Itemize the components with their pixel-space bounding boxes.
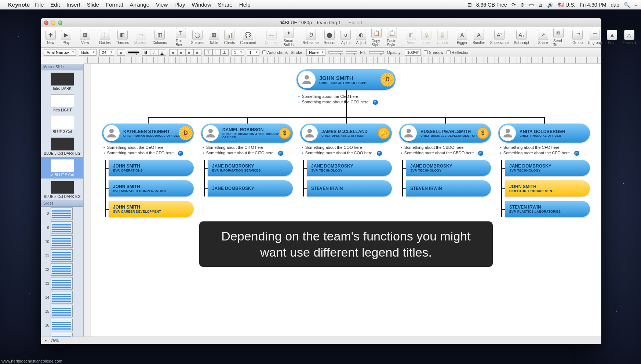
toolbar-rehearse-button[interactable]: ⏱Rehearse	[301, 30, 321, 45]
master-slide-item[interactable]: BLUE 3 Col	[41, 114, 83, 135]
report-card[interactable]: JANE DOMBROSKYSVP, TECHNOLOGY	[307, 160, 392, 176]
master-slide-item[interactable]: Intro LIGHT	[41, 92, 83, 114]
exec-card[interactable]: ANITA GOLDBERGERCHIEF FINANCIAL OFFICER	[498, 124, 590, 143]
autoshrink-checkbox[interactable]: Auto-shrink	[262, 50, 288, 55]
slide-thumbnail[interactable]: 13	[41, 276, 83, 290]
report-card[interactable]: JOHN SMITHSVP, CAREER DEVELOPMENT	[109, 201, 194, 217]
screen-record-icon[interactable]: ⊡	[467, 2, 472, 8]
close-button[interactable]	[44, 21, 48, 25]
report-card[interactable]: JANE DOMBROSKYEVP, INFORMATION SERVICES	[208, 160, 293, 176]
toolbar-shapes-button[interactable]: ◯Shapes	[189, 30, 206, 45]
vertical-ruler[interactable]	[84, 64, 91, 337]
stroke-color-select[interactable]	[346, 51, 357, 54]
app-name[interactable]: Keynote	[8, 1, 30, 8]
exec-card[interactable]: KATHLEEN STEINERTCHIEF HUMAN RESOURCES O…	[102, 124, 194, 143]
toolbar-adjust-button[interactable]: ◐Adjust	[354, 30, 368, 45]
font-size-select[interactable]: 24	[99, 49, 114, 56]
shadow-checkbox[interactable]: Shadow	[424, 50, 444, 55]
refresh-icon[interactable]: ⟳	[373, 100, 378, 105]
sidebar-toggle-icon[interactable]: ▸	[45, 338, 47, 343]
toolbar-themes-button[interactable]: ◧Themes	[114, 30, 131, 45]
toolbar-paste-style-button[interactable]: 📋Paste Style	[385, 28, 399, 47]
master-slide-item[interactable]: Intro DARK	[41, 70, 83, 92]
stroke-width-select[interactable]	[328, 51, 343, 54]
columns-select[interactable]: 1	[247, 49, 259, 56]
report-card[interactable]: JANE DOMBROSKYSVP, TECHNOLOGY	[406, 160, 491, 176]
spotlight-icon[interactable]: 🔍	[624, 2, 630, 8]
slide-thumbnail[interactable]: 11	[41, 249, 83, 262]
refresh-icon[interactable]: ⟳	[178, 151, 183, 156]
toolbar-connect-button[interactable]: —Connect	[263, 30, 281, 45]
slide-thumbnail[interactable]: 14	[41, 290, 83, 304]
reflection-checkbox[interactable]: Reflection	[447, 50, 470, 55]
menu-file[interactable]: File	[35, 1, 44, 8]
report-card[interactable]: JANE DOMBROSKY	[208, 180, 293, 196]
toolbar-group-button[interactable]: ⬚Group	[570, 30, 585, 45]
refresh-icon[interactable]: ⟳	[574, 151, 579, 156]
slide-thumbnail[interactable]: 12	[41, 262, 83, 276]
refresh-icon[interactable]: ⟳	[278, 151, 283, 156]
slide-thumbnail[interactable]: 17	[41, 332, 83, 337]
font-family-select[interactable]: Arial Narrow	[44, 49, 76, 56]
toolbar-columns-button[interactable]: ▥Columns	[150, 30, 169, 45]
toolbar-smart-builds-button[interactable]: ✦Smart Builds	[281, 28, 296, 47]
zoom-level[interactable]: 75%	[51, 338, 59, 343]
report-card[interactable]: JOHN SMITHSVP, MANAGER COMPENSATION	[109, 180, 194, 196]
toolbar-ungroup-button[interactable]: ⬚Ungroup	[586, 30, 604, 45]
menu-play[interactable]: Play	[174, 1, 185, 8]
toolbar-comment-button[interactable]: 💬Comment	[238, 30, 258, 45]
toolbar-mask-button[interactable]: ◧Mask	[404, 30, 418, 45]
user-name[interactable]: dap	[611, 2, 619, 8]
sync-icon[interactable]: ⊘	[520, 2, 525, 8]
master-slide-item[interactable]: BLUE 5 Col DARK BG	[41, 179, 83, 200]
wifi-icon[interactable]: ⊿	[538, 2, 543, 8]
menu-share[interactable]: Share	[218, 1, 233, 8]
font-size-stepper[interactable]: ▴	[117, 49, 125, 56]
refresh-icon[interactable]: ⟳	[478, 151, 483, 156]
toolbar-view-button[interactable]: ▦View	[78, 30, 92, 45]
input-locale[interactable]: 🇺🇸U.S.	[558, 2, 575, 8]
valign-top-button[interactable]: ⊤	[204, 49, 212, 56]
toolbar-table-button[interactable]: ▦Table	[207, 30, 221, 45]
toolbar-share-button[interactable]: ↗Share	[536, 30, 550, 45]
exec-card[interactable]: DANIEL ROBINSONCHIEF INFORMATION & TECHN…	[201, 124, 293, 143]
exec-card[interactable]: RUSSELL PEARLSMITHCHIEF BUSINESS DEVELOP…	[399, 124, 491, 143]
toolbar-smaller-button[interactable]: ASmaller	[470, 30, 487, 45]
report-card[interactable]: JANE DOMBROSKYSVP, TECHNOLOGY	[505, 160, 590, 176]
font-weight-select[interactable]: Bold	[79, 49, 96, 56]
window-titlebar[interactable]: 📽 BLUE 1080p - Team Org 1 — Edited	[41, 18, 601, 27]
italic-button[interactable]: I	[150, 49, 158, 56]
report-card[interactable]: STEVEN IRWIN	[307, 180, 392, 196]
toolbar-text-box-button[interactable]: TText Box	[174, 28, 188, 47]
report-card[interactable]: JOHN SMITHDIRECTOR, PROCUREMENT	[505, 180, 590, 196]
valign-mid-button[interactable]: ⊢	[212, 49, 221, 56]
report-card[interactable]: JOHN SMITHEVP, OPERATIONS	[109, 160, 194, 176]
timemachine-icon[interactable]: ⟳	[511, 2, 516, 8]
menu-slide[interactable]: Slide	[87, 1, 99, 8]
toolbar-copy-style-button[interactable]: 📋Copy Style	[369, 28, 384, 47]
toolbar-unlock-button[interactable]: 🔓Unlock	[434, 30, 450, 45]
slide-thumbnail[interactable]: 10	[41, 235, 83, 249]
report-card[interactable]: STEVEN IRWIN	[406, 180, 491, 196]
toolbar-new-button[interactable]: ✚New	[43, 30, 58, 45]
toolbar-guides-button[interactable]: ┼Guides	[97, 30, 113, 45]
horizontal-ruler[interactable]	[84, 57, 601, 64]
menu-format[interactable]: Format	[106, 1, 123, 8]
slide-thumbnail[interactable]: 16	[41, 318, 83, 332]
align-center-button[interactable]: ≡	[177, 49, 185, 56]
align-justify-button[interactable]: ≡	[193, 49, 201, 56]
master-slide-item[interactable]: BLUE 3 Col DARK BG	[41, 135, 83, 157]
toolbar-lock-button[interactable]: 🔒Lock	[419, 30, 434, 45]
underline-button[interactable]: U	[158, 49, 166, 56]
toolbar-alpha-button[interactable]: αAlpha	[338, 30, 353, 45]
stroke-select[interactable]: None	[306, 49, 325, 56]
ceo-card[interactable]: JOHN SMITH CHIEF EXECUTIVE OFFICER D	[296, 69, 396, 90]
toolbar-charts-button[interactable]: 📊Charts	[222, 30, 237, 45]
toolbar-subscript-button[interactable]: A₁Subscript	[511, 30, 531, 45]
line-spacing-select[interactable]: 1	[232, 49, 244, 56]
slide-thumbnail[interactable]: 15	[41, 304, 83, 318]
toolbar-send-to-button[interactable]: ✉Send To	[551, 28, 566, 47]
minimize-button[interactable]	[51, 21, 55, 25]
menu-help[interactable]: Help	[239, 1, 251, 8]
menu-edit[interactable]: Edit	[50, 1, 60, 8]
